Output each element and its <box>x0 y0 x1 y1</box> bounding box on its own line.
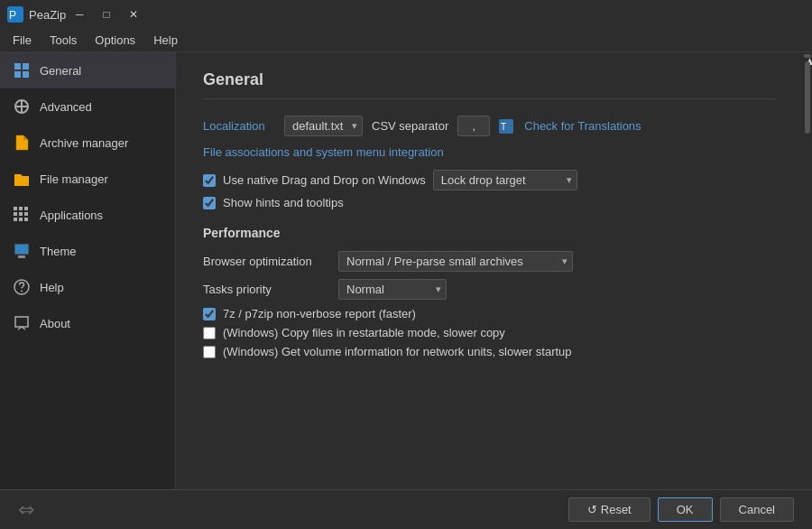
sidebar-item-applications[interactable]: Applications <box>0 197 175 233</box>
sidebar-label-applications: Applications <box>40 209 103 222</box>
svg-rect-4 <box>14 71 21 78</box>
browser-opt-label: Browser optimization <box>203 255 329 268</box>
arrows-icon-container: ⇔ <box>18 498 34 522</box>
volume-info-label: (Windows) Get volume information for net… <box>223 345 572 358</box>
bottom-bar: ⇔ ↺ Reset OK Cancel <box>0 489 812 529</box>
verbose-report-row: 7z / p7zip non-verbose report (faster) <box>203 307 776 320</box>
advanced-icon <box>13 97 31 116</box>
titlebar-title: PeaZip <box>29 8 66 22</box>
theme-icon <box>13 242 31 260</box>
menu-tools[interactable]: Tools <box>41 32 86 49</box>
svg-rect-14 <box>24 212 28 216</box>
close-button[interactable]: ✕ <box>120 1 147 28</box>
page-title: General <box>203 70 776 99</box>
svg-text:P: P <box>9 9 16 22</box>
sidebar-item-help[interactable]: Help <box>0 269 175 305</box>
svg-rect-2 <box>14 63 21 70</box>
restartable-copy-label: (Windows) Copy files in restartable mode… <box>223 326 505 339</box>
sidebar-label-about: About <box>40 317 70 330</box>
volume-info-row: (Windows) Get volume information for net… <box>203 345 776 358</box>
ok-button[interactable]: OK <box>658 497 713 522</box>
app-logo: P <box>7 6 23 23</box>
drag-drop-select[interactable]: Lock drop target Float drop target <box>433 170 577 190</box>
restartable-copy-row: (Windows) Copy files in restartable mode… <box>203 326 776 339</box>
menubar: File Tools Options Help <box>0 29 812 52</box>
drag-drop-checkbox[interactable] <box>203 174 216 187</box>
sidebar-item-archive-manager[interactable]: Archive manager <box>0 125 175 161</box>
content-area: General Localization default.txt CSV sep… <box>176 52 803 489</box>
performance-heading: Performance <box>203 226 776 240</box>
hints-label: Show hints and tooltips <box>223 196 344 209</box>
reset-button[interactable]: ↺ Reset <box>568 497 651 522</box>
localization-label: Localization <box>203 119 275 133</box>
menu-file[interactable]: File <box>4 32 41 49</box>
browser-opt-select[interactable]: Normal / Pre-parse small archives Fast /… <box>338 251 573 272</box>
svg-rect-17 <box>24 218 28 221</box>
csv-separator-input[interactable] <box>457 116 490 136</box>
sidebar-label-archive-manager: Archive manager <box>40 136 128 150</box>
main-layout: General Advanced Archive manager File ma… <box>0 52 812 489</box>
hints-checkbox[interactable] <box>203 197 216 209</box>
menu-options[interactable]: Options <box>86 32 144 49</box>
help-icon <box>13 278 31 296</box>
sidebar-item-advanced[interactable]: Advanced <box>0 88 175 125</box>
tasks-priority-row: Tasks priority Normal Low High <box>203 279 776 300</box>
scroll-arrow-up[interactable]: ▲ <box>804 54 811 58</box>
file-manager-icon <box>13 170 31 188</box>
titlebar: P PeaZip ─ □ ✕ <box>0 0 812 29</box>
csv-separator-label: CSV separator <box>372 119 448 133</box>
svg-rect-3 <box>23 63 29 70</box>
maximize-button[interactable]: □ <box>93 1 120 28</box>
sidebar: General Advanced Archive manager File ma… <box>0 52 176 489</box>
svg-rect-13 <box>19 212 23 216</box>
svg-text:T: T <box>501 122 506 132</box>
tasks-priority-select-wrapper: Normal Low High <box>338 279 447 300</box>
browser-opt-row: Browser optimization Normal / Pre-parse … <box>203 251 776 272</box>
localization-select[interactable]: default.txt <box>284 116 363 136</box>
about-icon <box>13 314 31 332</box>
tasks-priority-select[interactable]: Normal Low High <box>338 279 447 300</box>
svg-point-22 <box>21 291 23 292</box>
check-translations-link[interactable]: Check for Translations <box>524 119 641 133</box>
verbose-report-label: 7z / p7zip non-verbose report (faster) <box>223 307 416 320</box>
hints-row: Show hints and tooltips <box>203 196 776 209</box>
applications-icon <box>13 206 31 224</box>
sidebar-item-file-manager[interactable]: File manager <box>0 161 175 197</box>
localization-select-wrapper: default.txt <box>284 116 363 136</box>
sidebar-label-theme: Theme <box>40 245 76 258</box>
bottom-actions: ↺ Reset OK Cancel <box>568 497 794 522</box>
cancel-button[interactable]: Cancel <box>720 497 794 522</box>
scroll-thumb[interactable] <box>805 61 810 134</box>
svg-rect-11 <box>24 207 28 210</box>
localization-row: Localization default.txt CSV separator T… <box>203 116 776 136</box>
browser-opt-select-wrapper: Normal / Pre-parse small archives Fast /… <box>338 251 573 272</box>
sidebar-item-general[interactable]: General <box>0 52 175 88</box>
file-assoc-container: File associations and system menu integr… <box>203 145 776 159</box>
restartable-copy-checkbox[interactable] <box>203 327 216 339</box>
sidebar-label-advanced: Advanced <box>40 100 92 114</box>
sidebar-item-about[interactable]: About <box>0 305 175 341</box>
drag-drop-label: Use native Drag and Drop on Windows <box>223 173 426 187</box>
volume-info-checkbox[interactable] <box>203 346 216 358</box>
translations-icon: T <box>499 118 513 134</box>
svg-rect-9 <box>14 207 17 210</box>
general-icon <box>13 61 31 79</box>
transfer-icon: ⇔ <box>18 498 34 522</box>
menu-help[interactable]: Help <box>144 32 187 49</box>
svg-rect-10 <box>19 207 23 210</box>
svg-rect-5 <box>23 71 29 78</box>
sidebar-label-general: General <box>40 64 81 78</box>
scrollbar[interactable]: ▲ <box>803 52 812 489</box>
file-associations-link[interactable]: File associations and system menu integr… <box>203 145 444 159</box>
svg-rect-20 <box>18 255 25 258</box>
sidebar-label-help: Help <box>40 281 64 294</box>
svg-rect-19 <box>15 245 28 254</box>
minimize-button[interactable]: ─ <box>66 1 93 28</box>
svg-rect-12 <box>14 212 17 216</box>
sidebar-label-file-manager: File manager <box>40 172 108 186</box>
verbose-report-checkbox[interactable] <box>203 308 216 320</box>
sidebar-item-theme[interactable]: Theme <box>0 233 175 269</box>
svg-rect-15 <box>14 218 17 221</box>
tasks-priority-label: Tasks priority <box>203 283 329 296</box>
drag-drop-select-wrapper: Lock drop target Float drop target <box>433 170 577 190</box>
